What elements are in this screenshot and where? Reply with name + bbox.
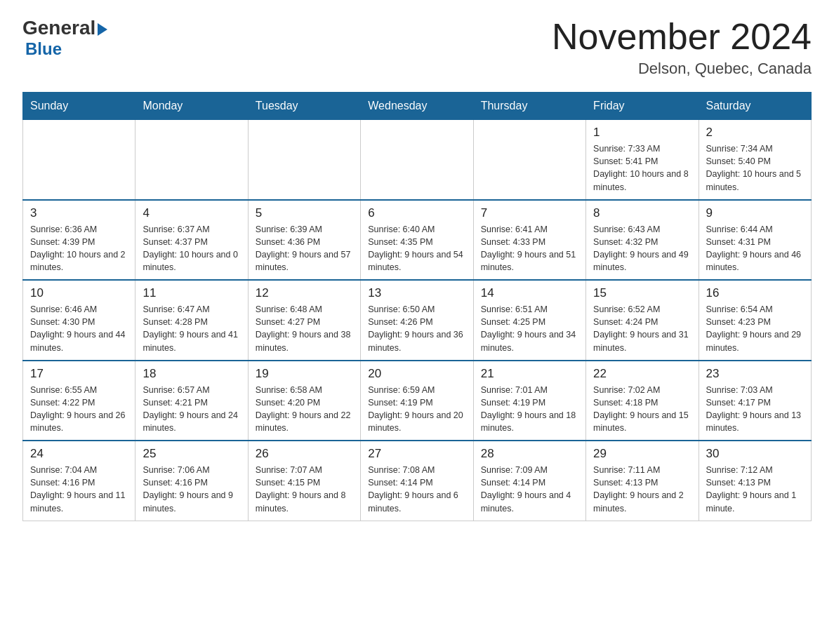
- day-number: 7: [481, 206, 578, 220]
- day-number: 27: [368, 447, 465, 461]
- calendar-cell: 29Sunrise: 7:11 AMSunset: 4:13 PMDayligh…: [586, 441, 699, 521]
- calendar-cell: 10Sunrise: 6:46 AMSunset: 4:30 PMDayligh…: [23, 280, 135, 361]
- logo-arrow-shape: [98, 23, 107, 36]
- day-info: Sunrise: 7:01 AMSunset: 4:19 PMDaylight:…: [481, 384, 578, 435]
- day-info: Sunrise: 6:37 AMSunset: 4:37 PMDaylight:…: [143, 223, 240, 274]
- calendar-table: Sunday Monday Tuesday Wednesday Thursday…: [22, 92, 812, 521]
- day-info: Sunrise: 6:54 AMSunset: 4:23 PMDaylight:…: [706, 303, 804, 354]
- day-number: 14: [481, 286, 578, 300]
- day-info: Sunrise: 6:58 AMSunset: 4:20 PMDaylight:…: [256, 384, 353, 435]
- calendar-cell: 3Sunrise: 6:36 AMSunset: 4:39 PMDaylight…: [23, 200, 135, 281]
- day-info: Sunrise: 7:33 AMSunset: 5:41 PMDaylight:…: [593, 142, 691, 194]
- day-number: 9: [706, 206, 804, 220]
- day-info: Sunrise: 6:57 AMSunset: 4:21 PMDaylight:…: [143, 384, 240, 435]
- logo-blue-text: Blue: [25, 39, 62, 58]
- day-info: Sunrise: 6:59 AMSunset: 4:19 PMDaylight:…: [368, 384, 465, 435]
- weekday-header-row: Sunday Monday Tuesday Wednesday Thursday…: [23, 93, 812, 120]
- calendar-cell: [361, 120, 473, 200]
- calendar-cell: 11Sunrise: 6:47 AMSunset: 4:28 PMDayligh…: [135, 280, 248, 361]
- calendar-cell: 20Sunrise: 6:59 AMSunset: 4:19 PMDayligh…: [361, 361, 473, 441]
- calendar-cell: [248, 120, 360, 200]
- calendar-cell: 23Sunrise: 7:03 AMSunset: 4:17 PMDayligh…: [699, 361, 811, 441]
- day-info: Sunrise: 6:48 AMSunset: 4:27 PMDaylight:…: [256, 303, 353, 354]
- calendar-week-row: 10Sunrise: 6:46 AMSunset: 4:30 PMDayligh…: [23, 280, 812, 361]
- calendar-cell: 27Sunrise: 7:08 AMSunset: 4:14 PMDayligh…: [361, 441, 473, 521]
- day-info: Sunrise: 6:43 AMSunset: 4:32 PMDaylight:…: [593, 223, 691, 274]
- day-info: Sunrise: 7:09 AMSunset: 4:14 PMDaylight:…: [481, 464, 578, 515]
- day-info: Sunrise: 7:07 AMSunset: 4:15 PMDaylight:…: [256, 464, 353, 515]
- day-info: Sunrise: 7:06 AMSunset: 4:16 PMDaylight:…: [143, 464, 240, 515]
- day-info: Sunrise: 6:55 AMSunset: 4:22 PMDaylight:…: [30, 384, 128, 435]
- day-number: 1: [593, 126, 691, 140]
- logo-general-text: General: [22, 17, 95, 39]
- day-number: 17: [30, 367, 128, 381]
- day-info: Sunrise: 6:36 AMSunset: 4:39 PMDaylight:…: [30, 223, 128, 274]
- day-info: Sunrise: 7:08 AMSunset: 4:14 PMDaylight:…: [368, 464, 465, 515]
- page-header: General Blue November 2024 Delson, Quebe…: [22, 17, 812, 78]
- calendar-cell: 16Sunrise: 6:54 AMSunset: 4:23 PMDayligh…: [699, 280, 811, 361]
- calendar-cell: 30Sunrise: 7:12 AMSunset: 4:13 PMDayligh…: [699, 441, 811, 521]
- calendar-cell: 19Sunrise: 6:58 AMSunset: 4:20 PMDayligh…: [248, 361, 360, 441]
- day-number: 19: [256, 367, 353, 381]
- logo: General Blue: [22, 17, 107, 59]
- header-saturday: Saturday: [699, 93, 811, 120]
- header-sunday: Sunday: [23, 93, 135, 120]
- calendar-cell: 28Sunrise: 7:09 AMSunset: 4:14 PMDayligh…: [473, 441, 585, 521]
- calendar-week-row: 3Sunrise: 6:36 AMSunset: 4:39 PMDaylight…: [23, 200, 812, 281]
- day-info: Sunrise: 7:04 AMSunset: 4:16 PMDaylight:…: [30, 464, 128, 515]
- day-number: 10: [30, 286, 128, 300]
- day-info: Sunrise: 7:02 AMSunset: 4:18 PMDaylight:…: [593, 384, 691, 435]
- day-number: 11: [143, 286, 240, 300]
- calendar-cell: 6Sunrise: 6:40 AMSunset: 4:35 PMDaylight…: [361, 200, 473, 281]
- day-number: 25: [143, 447, 240, 461]
- calendar-cell: 2Sunrise: 7:34 AMSunset: 5:40 PMDaylight…: [699, 120, 811, 200]
- day-info: Sunrise: 6:44 AMSunset: 4:31 PMDaylight:…: [706, 223, 804, 274]
- header-friday: Friday: [586, 93, 699, 120]
- calendar-cell: 24Sunrise: 7:04 AMSunset: 4:16 PMDayligh…: [23, 441, 135, 521]
- day-number: 3: [30, 206, 128, 220]
- day-number: 29: [593, 447, 691, 461]
- calendar-cell: 14Sunrise: 6:51 AMSunset: 4:25 PMDayligh…: [473, 280, 585, 361]
- day-info: Sunrise: 7:34 AMSunset: 5:40 PMDaylight:…: [706, 142, 804, 194]
- calendar-cell: 17Sunrise: 6:55 AMSunset: 4:22 PMDayligh…: [23, 361, 135, 441]
- calendar-week-row: 24Sunrise: 7:04 AMSunset: 4:16 PMDayligh…: [23, 441, 812, 521]
- calendar-cell: [23, 120, 135, 200]
- day-info: Sunrise: 6:50 AMSunset: 4:26 PMDaylight:…: [368, 303, 465, 354]
- day-number: 15: [593, 286, 691, 300]
- month-title: November 2024: [552, 17, 812, 57]
- calendar-cell: [473, 120, 585, 200]
- day-number: 30: [706, 447, 804, 461]
- day-number: 12: [256, 286, 353, 300]
- day-info: Sunrise: 7:03 AMSunset: 4:17 PMDaylight:…: [706, 384, 804, 435]
- day-info: Sunrise: 6:52 AMSunset: 4:24 PMDaylight:…: [593, 303, 691, 354]
- day-info: Sunrise: 6:41 AMSunset: 4:33 PMDaylight:…: [481, 223, 578, 274]
- calendar-cell: 5Sunrise: 6:39 AMSunset: 4:36 PMDaylight…: [248, 200, 360, 281]
- day-info: Sunrise: 6:46 AMSunset: 4:30 PMDaylight:…: [30, 303, 128, 354]
- header-thursday: Thursday: [473, 93, 585, 120]
- day-number: 21: [481, 367, 578, 381]
- day-number: 20: [368, 367, 465, 381]
- calendar-cell: 21Sunrise: 7:01 AMSunset: 4:19 PMDayligh…: [473, 361, 585, 441]
- calendar-cell: 18Sunrise: 6:57 AMSunset: 4:21 PMDayligh…: [135, 361, 248, 441]
- calendar-title-area: November 2024 Delson, Quebec, Canada: [552, 17, 812, 78]
- day-number: 18: [143, 367, 240, 381]
- calendar-cell: 1Sunrise: 7:33 AMSunset: 5:41 PMDaylight…: [586, 120, 699, 200]
- day-number: 8: [593, 206, 691, 220]
- calendar-cell: 8Sunrise: 6:43 AMSunset: 4:32 PMDaylight…: [586, 200, 699, 281]
- day-info: Sunrise: 6:40 AMSunset: 4:35 PMDaylight:…: [368, 223, 465, 274]
- day-info: Sunrise: 7:11 AMSunset: 4:13 PMDaylight:…: [593, 464, 691, 515]
- calendar-cell: [135, 120, 248, 200]
- calendar-cell: 12Sunrise: 6:48 AMSunset: 4:27 PMDayligh…: [248, 280, 360, 361]
- day-number: 26: [256, 447, 353, 461]
- day-number: 24: [30, 447, 128, 461]
- header-monday: Monday: [135, 93, 248, 120]
- day-number: 23: [706, 367, 804, 381]
- calendar-cell: 4Sunrise: 6:37 AMSunset: 4:37 PMDaylight…: [135, 200, 248, 281]
- day-info: Sunrise: 6:51 AMSunset: 4:25 PMDaylight:…: [481, 303, 578, 354]
- location-title: Delson, Quebec, Canada: [552, 60, 812, 78]
- calendar-cell: 25Sunrise: 7:06 AMSunset: 4:16 PMDayligh…: [135, 441, 248, 521]
- day-number: 5: [256, 206, 353, 220]
- calendar-cell: 9Sunrise: 6:44 AMSunset: 4:31 PMDaylight…: [699, 200, 811, 281]
- calendar-cell: 26Sunrise: 7:07 AMSunset: 4:15 PMDayligh…: [248, 441, 360, 521]
- day-number: 28: [481, 447, 578, 461]
